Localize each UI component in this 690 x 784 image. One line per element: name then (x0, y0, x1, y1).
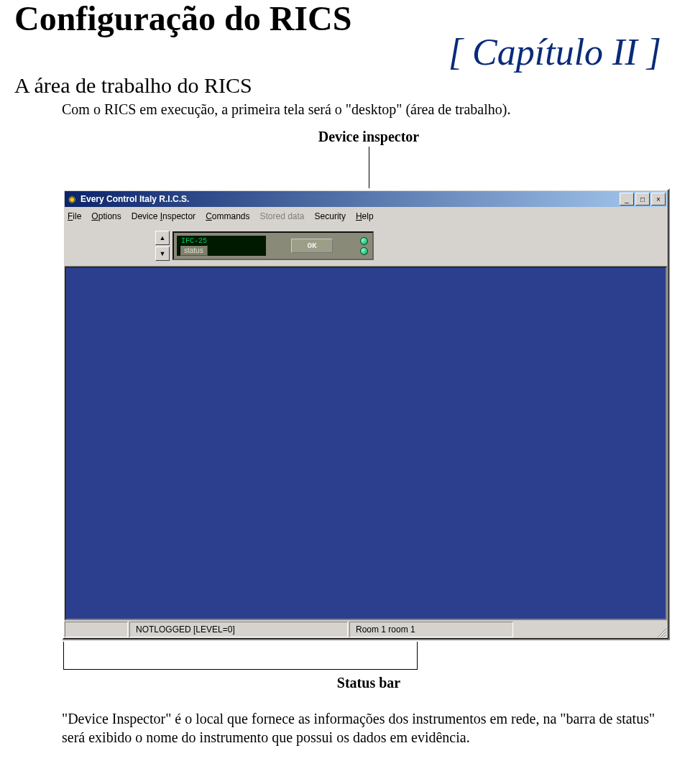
device-lcd: IFC-25 status (177, 236, 266, 256)
leader-line-top (369, 147, 369, 188)
annotation-status-bar: Status bar (62, 675, 676, 691)
menu-security[interactable]: Security (315, 211, 346, 221)
menu-file[interactable]: File (68, 211, 81, 221)
spinner-up-button[interactable]: ▲ (155, 231, 170, 245)
intro-paragraph: Com o RICS em execução, a primeira tela … (62, 101, 676, 119)
device-status-label: status (180, 245, 208, 256)
led-icon (360, 247, 368, 255)
menu-help[interactable]: Help (356, 211, 374, 221)
maximize-button[interactable]: □ (635, 193, 650, 206)
main-workspace[interactable] (65, 267, 667, 620)
menu-stored-data[interactable]: Stored data (259, 211, 304, 221)
device-name: IFC-25 (181, 237, 207, 245)
statusbar-pane-blank (65, 622, 128, 637)
device-inspector-row: ▲ ▼ IFC-25 status OK (65, 226, 667, 267)
statusbar-login-pane: NOTLOGGED [LEVEL=0] (129, 622, 348, 637)
minimize-button[interactable]: _ (620, 193, 634, 206)
status-bar: NOTLOGGED [LEVEL=0] Room 1 room 1 (65, 622, 667, 637)
close-button[interactable]: × (651, 193, 666, 206)
menu-device-inspector[interactable]: Device Inspector (132, 211, 196, 221)
device-panel[interactable]: IFC-25 status OK (172, 231, 374, 260)
leader-lines-bottom (62, 642, 676, 670)
titlebar-text: Every Control Italy R.I.C.S. (80, 194, 620, 204)
menu-commands[interactable]: Commands (206, 211, 249, 221)
rics-window: ◉ Every Control Italy R.I.C.S. _ □ × Fil… (62, 188, 670, 640)
section-title: A área de trabalho do RICS (14, 73, 676, 98)
led-icon (360, 237, 368, 245)
titlebar[interactable]: ◉ Every Control Italy R.I.C.S. _ □ × (65, 191, 667, 207)
menubar: File Options Device Inspector Commands S… (65, 207, 667, 226)
resize-grip-icon[interactable] (653, 622, 667, 637)
app-icon: ◉ (66, 193, 78, 205)
device-leds (355, 233, 372, 259)
device-ok-button[interactable]: OK (291, 239, 333, 253)
menu-options[interactable]: Options (91, 211, 121, 221)
closing-paragraph: "Device Inspector" é o local que fornece… (62, 710, 676, 747)
spinner-down-button[interactable]: ▼ (155, 246, 170, 261)
device-spinner: ▲ ▼ (155, 231, 170, 261)
annotation-device-inspector: Device inspector (62, 129, 676, 145)
statusbar-room-pane: Room 1 room 1 (349, 622, 513, 637)
